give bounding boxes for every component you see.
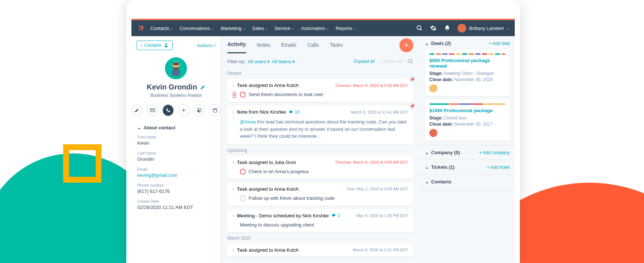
card-body-text: Send Kevin documents to look over: [249, 92, 323, 97]
nav-right: Brittany Lambert ⌄: [416, 24, 510, 33]
card-meta: May 4, 2020 at 1:30 PM EDT: [356, 213, 408, 218]
about-contact-toggle[interactable]: ⌄About contact: [137, 125, 215, 130]
filter-users[interactable]: All users ▾: [248, 59, 270, 64]
chevron-left-icon: ‹: [141, 43, 142, 48]
bell-icon[interactable]: [444, 24, 451, 32]
deals-toggle[interactable]: ⌄Deals (2): [425, 41, 451, 46]
search-icon[interactable]: [416, 24, 423, 32]
add-ticket-link[interactable]: + Add ticket: [487, 165, 510, 170]
expand-icon[interactable]: ›: [233, 83, 234, 88]
nav-sales[interactable]: Sales⌄: [252, 26, 268, 31]
card-body-text: Check in on Anna's progress: [249, 169, 309, 174]
field-last-name: Last nameGrondin: [137, 151, 215, 162]
chevron-down-icon: ▾: [267, 59, 270, 64]
svg-rect-11: [198, 110, 199, 111]
company-toggle[interactable]: ⌄Company (0): [425, 150, 460, 155]
tab-tasks[interactable]: Tasks: [330, 42, 343, 53]
tab-notes[interactable]: Notes: [257, 42, 271, 53]
search-icon[interactable]: [407, 58, 413, 64]
sidebar-right: ⌄Deals (2) + Add deal $500 Professional …: [420, 36, 515, 263]
nav-conversations[interactable]: Conversations⌄: [180, 26, 214, 31]
nav-marketing[interactable]: Marketing⌄: [221, 26, 245, 31]
gear-icon[interactable]: [430, 24, 437, 32]
svg-point-5: [165, 43, 167, 45]
contact-avatar: [165, 57, 187, 79]
email-button[interactable]: [147, 104, 158, 116]
add-activity-button[interactable]: +: [399, 38, 413, 52]
svg-point-13: [408, 59, 411, 62]
chevron-down-icon: ⌄: [507, 26, 510, 30]
add-button[interactable]: +: [178, 104, 189, 116]
card-meta: March 9, 2020 at 11:41 AM EDT: [351, 110, 408, 114]
chevron-down-icon: ⌄: [425, 41, 429, 46]
expand-icon[interactable]: ›: [233, 247, 234, 252]
section-march: March 2020: [227, 236, 413, 241]
chevron-down-icon: ⌄: [265, 26, 268, 30]
chevron-down-icon: ⌄: [326, 26, 329, 30]
task-circle-icon[interactable]: [240, 92, 246, 98]
activity-card-meeting: › Meeting - Demo scheduled by Nick Kirsh…: [227, 209, 413, 232]
nav-items: Contacts⌄ Conversations⌄ Marketing⌄ Sale…: [150, 26, 356, 31]
svg-rect-9: [173, 62, 179, 65]
company-panel: ⌄Company (0) + Add company: [420, 145, 515, 160]
nav-service[interactable]: Service⌄: [275, 26, 294, 31]
add-company-link[interactable]: + Add company: [479, 150, 510, 155]
about-contact-section: ⌄About contact First nameKevin Last name…: [131, 121, 221, 219]
task-circle-icon[interactable]: [240, 195, 246, 201]
section-pinned: Pinned: [227, 71, 413, 76]
tickets-toggle[interactable]: ⌄Tickets (1): [425, 164, 455, 170]
sidebar-header: ‹ Contacts Actions▾: [131, 36, 221, 54]
deal-card[interactable]: $500 Professional package renewal Stage:…: [425, 50, 510, 96]
expand-icon[interactable]: ›: [233, 110, 234, 115]
expand-icon[interactable]: ›: [233, 186, 234, 191]
nav-user-menu[interactable]: Brittany Lambert ⌄: [457, 24, 510, 33]
activity-card-note: 📌 › Note from Nick Kirshke 10 March 9, 2…: [227, 106, 413, 144]
deal-card[interactable]: $1000 Professional package Stage: Closed…: [425, 100, 510, 141]
call-button[interactable]: [162, 104, 174, 116]
add-deal-link[interactable]: + Add deal: [489, 41, 510, 46]
activity-card-task: 📌 › Task assigned to Anna Kutch Overdue:…: [227, 79, 413, 102]
svg-point-1: [138, 26, 139, 27]
comment-badge[interactable]: 2: [331, 213, 340, 218]
card-meta: Overdue: March 8, 2020 at 9:00 AM EDT: [336, 83, 408, 88]
expand-icon[interactable]: ›: [233, 213, 234, 218]
expand-all-link[interactable]: Expand all: [354, 59, 375, 64]
deal-title: $500 Professional package renewal: [429, 58, 505, 69]
comment-badge[interactable]: 10: [289, 110, 299, 115]
nav-automation[interactable]: Automation⌄: [301, 26, 329, 31]
filter-teams[interactable]: All teams ▾: [272, 59, 295, 64]
svg-rect-8: [172, 69, 180, 76]
main-area: Activity Notes Emails Calls Tasks + Filt…: [221, 36, 420, 263]
nav-reports[interactable]: Reports⌄: [336, 26, 356, 31]
contacts-toggle[interactable]: ⌄Contacts: [425, 179, 452, 184]
schedule-button[interactable]: [209, 104, 221, 116]
note-body: @Anna this lead has technical questions …: [227, 118, 413, 144]
tabs-row: Activity Notes Emails Calls Tasks +: [227, 36, 413, 53]
card-meta: Overdue: March 8, 2020 at 9:00 AM EDT: [336, 160, 408, 164]
pin-icon[interactable]: 📌: [409, 76, 415, 83]
device-frame: Contacts⌄ Conversations⌄ Marketing⌄ Sale…: [126, 0, 520, 263]
filter-label: Filter by:: [227, 59, 246, 64]
contact-action-row: +: [131, 99, 221, 121]
edit-icon[interactable]: [200, 85, 205, 90]
log-button[interactable]: [194, 104, 205, 116]
tab-calls[interactable]: Calls: [307, 42, 319, 53]
task-circle-icon[interactable]: [240, 169, 246, 175]
nav-contacts[interactable]: Contacts⌄: [150, 26, 173, 31]
card-body-text: Follow up with Kevin about tracking code: [249, 195, 335, 201]
note-button[interactable]: [131, 104, 143, 116]
pin-icon[interactable]: 📌: [409, 103, 415, 109]
chevron-down-icon: ⌄: [353, 26, 356, 30]
actions-menu[interactable]: Actions▾: [197, 43, 215, 48]
svg-rect-12: [213, 109, 217, 112]
svg-point-4: [417, 26, 421, 30]
expand-icon[interactable]: ›: [233, 160, 234, 165]
activity-card-task: › Task assigned to Anna Kutch March 9, 2…: [227, 244, 413, 256]
back-contacts-button[interactable]: ‹ Contacts: [137, 41, 173, 50]
tab-emails[interactable]: Emails: [281, 42, 296, 53]
mention[interactable]: @Anna: [240, 119, 256, 125]
svg-point-3: [142, 30, 143, 31]
tab-activity[interactable]: Activity: [227, 41, 246, 53]
app-screen: Contacts⌄ Conversations⌄ Marketing⌄ Sale…: [131, 19, 515, 263]
hubspot-logo-icon[interactable]: [137, 24, 145, 33]
